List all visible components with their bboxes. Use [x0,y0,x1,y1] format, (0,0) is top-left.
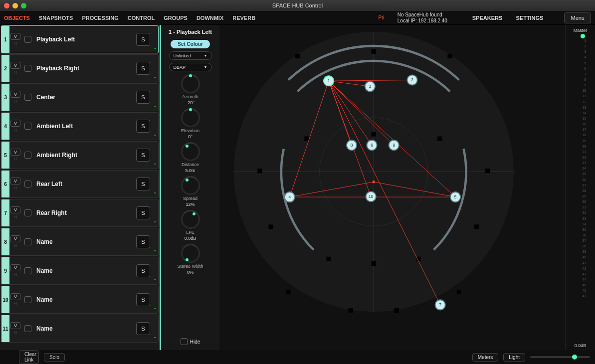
object-checkbox[interactable] [24,209,31,216]
elevation-knob[interactable] [181,108,200,127]
nav-tab-groups[interactable]: GROUPS [164,15,188,21]
svg-rect-17 [286,290,290,294]
object-checkbox[interactable] [24,296,31,303]
nav-tab-downmix[interactable]: DOWNMIX [197,15,223,21]
svg-rect-8 [372,132,376,136]
object-checkbox[interactable] [24,65,31,72]
nav-tab-control[interactable]: CONTROL [128,15,155,21]
hide-checkbox[interactable] [181,338,188,345]
solo-toggle[interactable]: S [136,62,150,75]
object-row[interactable]: 4VHAmbient LeftS [1,112,159,140]
nav-tab-objects[interactable]: OBJECTS [4,15,30,21]
svg-text:2: 2 [411,78,413,82]
object-list: 1VHPlayback LeftS2VHPlayback RightS3VHCe… [0,25,160,350]
visibility-toggle[interactable]: V [10,149,20,156]
object-checkbox[interactable] [24,238,31,245]
distance-knob[interactable] [181,142,200,161]
object-checkbox[interactable] [24,123,31,130]
close-icon[interactable] [4,3,9,8]
meters-button[interactable]: Meters [472,353,499,362]
visibility-toggle[interactable]: V [10,322,20,329]
visibility-toggle[interactable]: V [10,33,20,40]
clear-link-button[interactable]: Clear Link [19,350,39,364]
master-label: Master [574,28,588,33]
object-name: Playback Right [36,65,79,72]
speakers-button[interactable]: SPEAKERS [472,15,503,21]
meter-indicator [154,250,156,251]
svg-text:9: 9 [393,143,395,148]
solo-toggle[interactable]: S [136,120,150,133]
object-checkbox[interactable] [24,36,31,43]
visibility-toggle[interactable]: V [10,235,20,242]
solo-button[interactable]: Solo [44,353,65,362]
solo-toggle[interactable]: S [136,178,150,190]
object-checkbox[interactable] [24,94,31,101]
spread-knob[interactable] [181,176,200,195]
solo-toggle[interactable]: S [136,91,150,104]
visibility-toggle[interactable]: V [10,293,20,300]
meter-indicator [154,48,156,49]
object-row[interactable]: 1VHPlayback LeftS [1,25,159,53]
object-checkbox[interactable] [24,181,31,187]
object-row[interactable]: 3VHCenterS [1,83,159,111]
svg-text:5: 5 [454,195,457,199]
solo-toggle[interactable]: S [136,264,150,277]
visibility-toggle[interactable]: V [10,120,20,127]
object-row[interactable]: 8VHNameS [1,228,159,256]
svg-rect-12 [372,261,376,266]
footer: Clear Link Solo Meters Light [0,350,595,364]
svg-point-33 [372,181,375,183]
lfe-knob[interactable] [181,210,200,229]
algo-dropdown[interactable]: DBAP▼ [169,63,212,71]
object-row[interactable]: 6VHRear LeftS [1,170,159,198]
object-checkbox[interactable] [24,325,31,332]
solo-toggle[interactable]: S [136,149,150,162]
h-indicator: H [10,243,20,248]
object-row[interactable]: 2VHPlayback RightS [1,54,159,82]
solo-toggle[interactable]: S [136,235,150,248]
object-row[interactable]: 7VHRear RightS [1,199,159,227]
object-row[interactable]: 10VHNameS [1,286,159,314]
nav-tab-reverb[interactable]: REVERB [232,15,255,21]
svg-text:1: 1 [328,79,330,83]
zoom-slider[interactable] [530,356,590,358]
link-dropdown[interactable]: Unlinked▼ [169,51,212,60]
object-name: Rear Right [36,209,67,216]
nav-tab-snapshots[interactable]: SNAPSHOTS [39,15,73,21]
set-colour-button[interactable]: Set Colour [171,40,210,48]
solo-toggle[interactable]: S [136,206,150,219]
object-row[interactable]: 11VHNameS [1,315,159,343]
maximize-icon[interactable] [21,3,26,8]
object-row[interactable]: 9VHNameS [1,257,159,285]
azimuth-knob[interactable] [181,74,200,93]
nav-tab-processing[interactable]: PROCESSING [82,15,118,21]
meter-indicator [154,279,156,280]
hide-label: Hide [190,339,200,345]
visibility-toggle[interactable]: V [10,264,20,271]
top-nav: OBJECTSSNAPSHOTSPROCESSINGCONTROLGROUPSD… [0,11,595,25]
object-row[interactable]: 5VHAmbient RightS [1,141,159,169]
object-name: Ambient Left [36,123,73,130]
visibility-toggle[interactable]: V [10,178,20,184]
stereo-width-knob[interactable] [181,244,200,263]
spatial-view[interactable]: 12345678910 [219,25,565,350]
object-checkbox[interactable] [24,152,31,159]
light-button[interactable]: Light [503,353,525,362]
svg-rect-14 [474,224,479,229]
master-fader[interactable] [581,34,585,38]
menu-button[interactable]: Menu [564,12,591,23]
solo-toggle[interactable]: S [136,322,150,335]
distance-label: Distance [182,162,199,167]
visibility-toggle[interactable]: V [10,206,20,213]
visibility-toggle[interactable]: V [10,62,20,69]
object-name: Rear Left [36,181,62,187]
minimize-icon[interactable] [12,3,18,8]
solo-toggle[interactable]: S [136,293,150,306]
object-checkbox[interactable] [24,267,31,274]
settings-button[interactable]: SETTINGS [516,15,543,21]
object-name: Playback Left [36,36,75,43]
h-indicator: H [10,330,20,335]
spread-label: Spread [183,196,198,201]
solo-toggle[interactable]: S [136,33,150,46]
visibility-toggle[interactable]: V [10,91,20,98]
